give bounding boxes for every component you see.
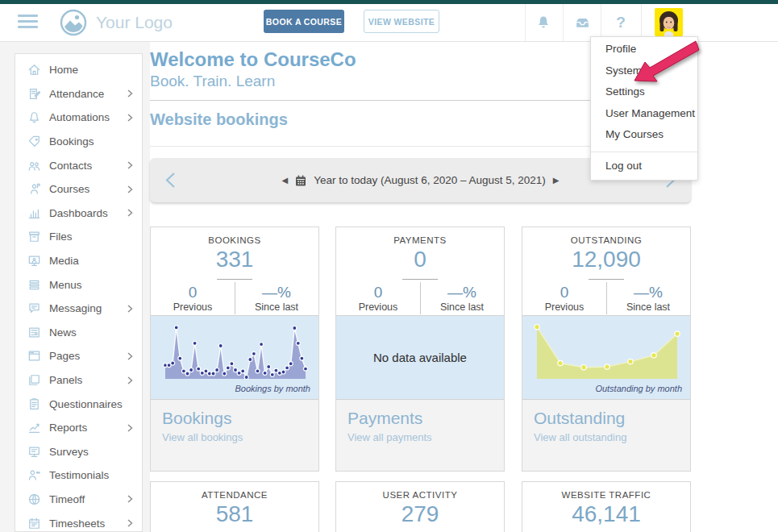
sidebar-item-media[interactable]: Media — [15, 249, 142, 273]
sidebar-item-label: Panels — [49, 374, 82, 386]
card-footer: Outstanding View all outstanding — [522, 400, 690, 471]
sidebar-item-testimonials[interactable]: Testimonials — [15, 463, 142, 488]
pages-icon — [27, 349, 41, 363]
app-window: Your Logo BOOK A COURSE VIEW WEBSITE ? — [0, 0, 778, 532]
chevron-right-icon — [127, 352, 133, 360]
reports-icon — [27, 421, 41, 434]
previous-label: Previous — [522, 301, 606, 313]
dashboards-icon — [27, 206, 41, 220]
stat-label: BOOKINGS — [151, 235, 318, 245]
sidebar-item-timesheets[interactable]: Timesheets — [15, 511, 142, 532]
stat-label: ATTENDANCE — [151, 490, 318, 500]
menu-item-my-courses[interactable]: My Courses — [591, 124, 697, 146]
stat-label: OUTSTANDING — [522, 235, 690, 245]
menu-item-system[interactable]: System — [591, 60, 697, 82]
chevron-right-icon — [127, 376, 133, 384]
stat-card-user-activity: USER ACTIVITY 279 — [335, 481, 505, 532]
card-link[interactable]: Bookings — [162, 409, 307, 428]
sparkline-chart — [532, 321, 682, 385]
card-link[interactable]: Outstanding — [534, 409, 679, 428]
menu-item-log-out[interactable]: Log out — [591, 152, 697, 180]
sidebar-item-timeoff[interactable]: Timeoff — [15, 488, 142, 512]
sidebar-item-bookings[interactable]: Bookings — [15, 130, 142, 154]
card-sublink[interactable]: View all bookings — [162, 431, 307, 443]
card-sublink[interactable]: View all outstanding — [534, 431, 679, 443]
card-link[interactable]: Payments — [347, 409, 493, 428]
stat-card-payments: PAYMENTS 0 0 Previous —% Since last No d… — [335, 227, 505, 472]
timeoff-icon — [27, 493, 41, 506]
sidebar-item-files[interactable]: Files — [15, 225, 142, 249]
chevron-right-icon — [127, 519, 133, 527]
sidebar-item-news[interactable]: News — [15, 321, 142, 345]
sidebar-item-surveys[interactable]: Surveys — [15, 440, 142, 464]
column-divider — [235, 282, 235, 314]
sidebar-item-panels[interactable]: Panels — [15, 368, 142, 393]
sidebar-item-menus[interactable]: Menus — [15, 272, 142, 297]
sidebar-item-reports[interactable]: Reports — [15, 416, 142, 440]
sidebar-item-label: Pages — [49, 350, 80, 362]
hamburger-menu-icon[interactable] — [18, 15, 38, 29]
bell-icon — [535, 15, 551, 31]
logo-image-icon — [60, 9, 87, 36]
sidebar-item-label: Menus — [49, 279, 82, 291]
since-value: —% — [235, 284, 318, 301]
card-chart-area: Bookings by month — [151, 315, 318, 400]
sidebar-item-dashboards[interactable]: Dashboards — [15, 202, 142, 226]
header-divider — [563, 4, 564, 41]
sidebar-item-label: Timeoff — [49, 493, 85, 505]
sidebar-item-contacts[interactable]: Contacts — [15, 153, 142, 177]
since-label: Since last — [420, 301, 504, 313]
bookings-icon — [27, 135, 41, 148]
sidebar-item-courses[interactable]: Courses — [15, 177, 142, 202]
stat-card-bookings: BOOKINGS 331 0 Previous —% Since last Bo… — [150, 227, 319, 472]
messaging-icon — [27, 301, 41, 315]
testimonials-icon — [27, 468, 41, 482]
user-avatar[interactable] — [655, 8, 683, 36]
menu-item-profile[interactable]: Profile — [591, 39, 697, 60]
menu-item-user-management[interactable]: User Management — [591, 103, 697, 125]
sidebar-item-label: Home — [49, 64, 78, 76]
sidebar-item-questionnaires[interactable]: Questionnaires — [15, 392, 142, 416]
news-icon — [27, 326, 41, 339]
chart-caption: Outstanding by month — [595, 384, 682, 393]
sidebar-item-messaging[interactable]: Messaging — [15, 297, 142, 321]
menu-item-settings[interactable]: Settings — [591, 81, 697, 103]
sidebar-item-label: Contacts — [49, 160, 92, 172]
sidebar-item-label: Bookings — [49, 135, 94, 148]
sidebar-item-automations[interactable]: Automations — [15, 106, 142, 130]
sidebar-item-label: Questionnaires — [49, 398, 123, 410]
sidebar-item-attendance[interactable]: Attendance — [15, 82, 142, 106]
logo[interactable] — [60, 8, 87, 37]
mini-divider — [589, 279, 624, 280]
stat-card-attendance: ATTENDANCE 581 — [150, 481, 319, 532]
card-sublink[interactable]: View all payments — [347, 431, 493, 443]
date-range-label[interactable]: Year to today (August 6, 2020 – August 5… — [314, 174, 546, 186]
no-data-message: No data available — [336, 316, 504, 399]
sidebar-item-pages[interactable]: Pages — [15, 344, 142, 368]
column-divider — [606, 282, 607, 314]
stat-label: WEBSITE TRAFFIC — [522, 490, 690, 500]
notifications-button[interactable] — [527, 4, 560, 41]
date-next-icon[interactable]: ▶ — [553, 176, 560, 185]
sidebar-item-label: Dashboards — [49, 207, 108, 219]
view-website-button[interactable]: VIEW WEBSITE — [364, 10, 439, 33]
since-value: —% — [606, 284, 690, 301]
sidebar-item-label: Surveys — [49, 446, 89, 458]
questionnaires-icon — [27, 397, 41, 411]
previous-value: 0 — [522, 284, 606, 301]
previous-label: Previous — [336, 301, 420, 313]
book-a-course-button[interactable]: BOOK A COURSE — [264, 10, 344, 33]
date-prev-icon[interactable]: ◀ — [281, 176, 288, 185]
stat-value: 331 — [151, 247, 318, 272]
home-icon — [27, 63, 41, 77]
card-chart-area: No data available — [336, 315, 504, 400]
logo-text: Your Logo — [96, 4, 173, 41]
help-icon: ? — [616, 14, 626, 31]
inbox-icon — [574, 15, 591, 31]
card-stats: OUTSTANDING 12,090 0 Previous —% Since l… — [522, 227, 690, 315]
sidebar-item-home[interactable]: Home — [15, 58, 142, 82]
section-title: Website bookings — [150, 110, 288, 129]
card-stats: PAYMENTS 0 0 Previous —% Since last — [336, 227, 504, 315]
sidebar-item-label: Automations — [49, 111, 110, 123]
stat-value: 279 — [336, 501, 504, 527]
